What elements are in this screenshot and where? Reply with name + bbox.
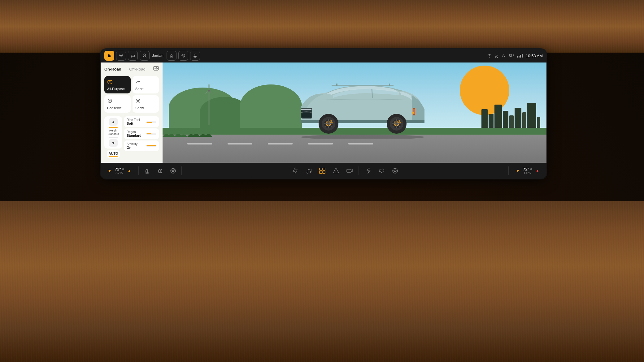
regen-value: Standard xyxy=(127,134,141,137)
tab-off-road[interactable]: Off-Road xyxy=(129,67,146,71)
settings-list: Ride Feel Soft xyxy=(124,116,159,159)
stability-bars xyxy=(146,145,156,147)
stability-bar-top xyxy=(146,145,156,146)
regen-bar-bottom xyxy=(146,134,156,135)
height-label: Height Standard xyxy=(108,129,119,136)
height-indicator-bar xyxy=(109,127,118,128)
setting-stability[interactable]: Stability On xyxy=(124,140,159,151)
mode-snow[interactable]: Snow xyxy=(133,95,159,113)
bottom-toolbar: ▼ 72° ❄ AUTO ▲ xyxy=(101,163,546,179)
svg-point-49 xyxy=(310,171,311,173)
conserve-icon xyxy=(107,98,113,105)
ride-feel-label: Ride Feel xyxy=(127,118,140,122)
heated-steering-button[interactable] xyxy=(389,165,401,177)
transfer-icon[interactable] xyxy=(153,66,159,72)
top-bar-left: Jordan xyxy=(104,51,200,61)
camera-button[interactable] xyxy=(344,165,355,177)
left-temp-down[interactable]: ▼ xyxy=(106,167,114,175)
svg-rect-53 xyxy=(323,171,325,174)
svg-rect-25 xyxy=(412,112,414,114)
setting-regen[interactable]: Regen Standard xyxy=(124,128,159,139)
drive-modes-button[interactable] xyxy=(316,165,328,177)
svg-rect-42 xyxy=(332,85,394,86)
right-climate-mode: SYNC xyxy=(524,171,532,175)
car-scene xyxy=(163,62,546,163)
svg-rect-44 xyxy=(389,84,390,86)
left-climate-mode: AUTO xyxy=(115,171,123,175)
top-bar: Jordan xyxy=(101,49,546,62)
setting-stability-info: Stability On xyxy=(127,142,137,149)
car-illustration xyxy=(282,64,443,139)
height-bottom-bar xyxy=(109,137,118,138)
ride-feel-bar-bottom xyxy=(146,122,156,123)
svg-rect-55 xyxy=(347,169,351,172)
infotainment-screen: Jordan xyxy=(101,49,546,179)
divider-2 xyxy=(181,166,182,175)
stability-value: On xyxy=(127,146,137,149)
seat-heat-driver-button[interactable] xyxy=(141,165,153,177)
music-button[interactable] xyxy=(303,165,315,177)
home-icon[interactable] xyxy=(167,51,176,61)
target-icon[interactable] xyxy=(178,51,188,61)
divider-4 xyxy=(508,166,509,175)
svg-point-11 xyxy=(111,83,112,84)
height-control: ▲ Height Standard ▼ xyxy=(104,116,122,149)
snow-label: Snow xyxy=(135,106,144,110)
left-temp-display: 72° ❄ xyxy=(115,167,124,171)
ride-feel-bars xyxy=(146,121,156,123)
settings-section: ▲ Height Standard ▼ AUTO xyxy=(104,116,159,159)
ride-feel-bar-top xyxy=(146,121,156,122)
right-temp-down[interactable]: ▼ xyxy=(514,167,522,175)
grass-front-left xyxy=(163,131,224,137)
right-climate-control: ▼ 72° ❄ SYNC ▲ xyxy=(514,167,542,175)
road-mode-tabs: On-Road Off-Road xyxy=(104,66,159,72)
drive-mode-grid: All-Purpose Sport xyxy=(104,76,159,113)
svg-point-4 xyxy=(144,54,146,56)
setting-ride-feel[interactable]: Ride Feel Soft xyxy=(124,116,159,127)
regen-bars xyxy=(146,133,156,135)
right-temp-up[interactable]: ▲ xyxy=(533,167,542,175)
svg-point-3 xyxy=(134,57,134,57)
right-fan-icon: ❄ xyxy=(530,168,532,171)
svg-rect-43 xyxy=(336,84,337,86)
svg-point-5 xyxy=(182,54,185,57)
height-down-button[interactable]: ▼ xyxy=(109,139,118,147)
mode-conserve[interactable]: Conserve xyxy=(104,95,131,113)
svg-point-2 xyxy=(131,57,132,57)
left-climate-display: 72° ❄ AUTO xyxy=(115,167,124,175)
height-up-button[interactable]: ▲ xyxy=(109,118,118,126)
car-icon[interactable] xyxy=(128,51,138,61)
bluetooth-icon xyxy=(495,54,498,58)
navigation-button[interactable] xyxy=(289,165,301,177)
left-climate-control: ▼ 72° ❄ AUTO ▲ xyxy=(106,167,133,175)
conserve-label: Conserve xyxy=(107,106,122,110)
alerts-button[interactable] xyxy=(330,165,342,177)
mode-sport[interactable]: Sport xyxy=(133,76,159,93)
settings-icon[interactable] xyxy=(116,51,126,61)
mode-all-purpose[interactable]: All-Purpose xyxy=(104,76,131,93)
user-icon[interactable] xyxy=(140,51,150,61)
lock-icon[interactable] xyxy=(104,51,114,61)
wood-trim-top xyxy=(0,0,644,53)
svg-rect-0 xyxy=(108,55,111,57)
tab-on-road[interactable]: On-Road xyxy=(104,67,121,71)
wood-trim-bottom xyxy=(0,201,644,362)
svg-point-19 xyxy=(208,90,210,92)
sport-label: Sport xyxy=(135,87,143,91)
user-name: Jordan xyxy=(152,54,163,58)
charge-button[interactable] xyxy=(362,165,374,177)
svg-point-10 xyxy=(108,83,109,84)
volume-button[interactable] xyxy=(376,165,387,177)
snow-icon xyxy=(135,98,141,105)
svg-point-13 xyxy=(109,100,111,101)
ac-vent-button[interactable] xyxy=(167,165,179,177)
bell-icon[interactable] xyxy=(190,51,200,61)
left-temp-up[interactable]: ▲ xyxy=(125,167,133,175)
ride-feel-value: Soft xyxy=(127,122,140,125)
svg-point-57 xyxy=(394,170,396,172)
svg-point-1 xyxy=(120,55,122,56)
divider-3 xyxy=(359,166,359,175)
stability-label: Stability xyxy=(127,142,137,146)
rear-seat-heat-button[interactable] xyxy=(154,165,166,177)
toolbar-center xyxy=(184,165,506,177)
